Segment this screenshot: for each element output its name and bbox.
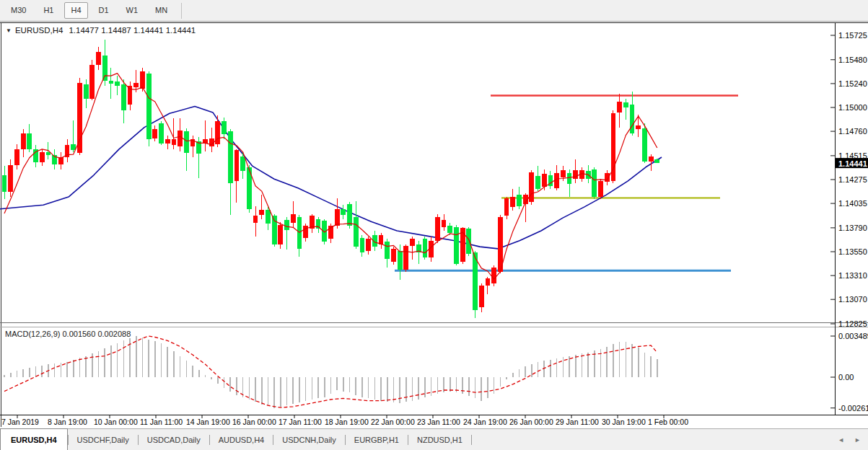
tab-scroll-right-icon[interactable]: ► [854,436,861,444]
candle-body-down[interactable] [535,176,540,189]
price-axis-label: 1.13790 [838,224,867,232]
macd-axis-label: 0.00 [838,373,854,381]
candle-body-up[interactable] [529,172,534,202]
candle-body-down[interactable] [284,220,289,230]
candle-body-up[interactable] [14,149,19,165]
candle-body-down[interactable] [27,133,32,149]
candle-body-down[interactable] [360,238,365,253]
candle-body-down[interactable] [623,102,628,107]
chart-tab-eurgbp[interactable]: EURGBP,H1 [346,429,408,450]
chart-tab-audusd[interactable]: AUDUSD,H4 [210,429,273,450]
symbol-dropdown-icon[interactable]: ▼ [6,27,12,34]
candle-body-up[interactable] [636,125,641,130]
candle-body-up[interactable] [8,165,13,192]
candle-body-up[interactable] [215,121,220,144]
candle-body-down[interactable] [347,204,352,226]
candle-body-down[interactable] [71,144,76,150]
candle-body-up[interactable] [366,239,371,251]
price-axis-label: 1.14760 [838,127,867,136]
candle-body-down[interactable] [159,123,164,144]
candle-body-up[interactable] [510,197,515,207]
candle-body-down[interactable] [228,131,233,183]
candle-body-down[interactable] [109,81,114,84]
time-axis-label: 30 Jan 19:00 [602,418,646,426]
tab-scrollers: ◄ ► [838,429,868,450]
candle-body-down[interactable] [642,128,647,162]
candle-body-up[interactable] [177,131,183,146]
candle-body-up[interactable] [140,71,145,88]
candle-body-up[interactable] [278,225,283,245]
candle-body-up[interactable] [77,83,82,154]
chart-tab-usdchf[interactable]: USDCHF,Daily [69,429,138,450]
candle-body-down[interactable] [266,210,271,224]
candle-body-down[interactable] [385,242,390,258]
candle-body-down[interactable] [240,156,245,172]
candle-body-up[interactable] [21,133,26,149]
candle-body-up[interactable] [479,286,484,307]
macd-indicator-label: MACD(12,26,9) 0.001560 0.002088 [5,330,131,338]
candle-body-up[interactable] [504,198,509,216]
candle-body-up[interactable] [573,170,578,179]
candle-body-down[interactable] [447,226,452,233]
candle-body-up[interactable] [128,86,133,105]
candle-body-up[interactable] [435,217,440,241]
candle-body-down[interactable] [341,209,346,215]
candle-body-up[interactable] [611,113,616,181]
candle-body-up[interactable] [303,226,308,238]
candle-body-down[interactable] [354,217,359,247]
candle-body-down[interactable] [592,169,597,198]
chart-tab-nzdusd[interactable]: NZDUSD,H1 [408,429,471,450]
candle-body-up[interactable] [40,152,45,162]
current-price-value: 1.14441 [838,159,867,168]
candle-body-up[interactable] [410,239,415,246]
candle-body-down[interactable] [398,251,403,270]
candle-body-down[interactable] [121,84,126,110]
chart-tab-usdcnh[interactable]: USDCNH,Daily [273,429,345,450]
candle-body-down[interactable] [184,131,189,153]
candle-body-down[interactable] [567,173,572,184]
candle-body-down[interactable] [454,227,459,264]
tab-scroll-left-icon[interactable]: ◄ [838,436,844,444]
candle-body-down[interactable] [316,219,321,229]
candle-body-down[interactable] [115,81,120,86]
candle-body-up[interactable] [259,210,264,215]
candle-body-up[interactable] [291,214,296,223]
candle-body-down[interactable] [2,175,7,192]
candle-body-up[interactable] [152,129,157,138]
candle-body-up[interactable] [403,246,408,270]
candle-body-up[interactable] [561,170,566,177]
candle-body-down[interactable] [84,84,89,98]
candle-body-down[interactable] [517,195,522,206]
candle-body-up[interactable] [96,52,101,65]
candle-body-down[interactable] [466,229,471,254]
candle-body-up[interactable] [649,156,654,162]
candle-body-up[interactable] [335,209,340,226]
candle-body-up[interactable] [253,216,258,223]
candle-body-up[interactable] [442,220,447,227]
candle-body-up[interactable] [165,139,170,144]
candle-body-down[interactable] [102,56,108,81]
candle-body-up[interactable] [203,139,208,144]
candle-body-up[interactable] [133,83,139,88]
time-axis-label: 29 Jan 11:00 [556,418,599,426]
fast-ma-line [4,74,657,280]
candle-body-up[interactable] [498,217,503,272]
candle-body-up[interactable] [486,278,491,286]
candle-body-up[interactable] [89,65,95,99]
chart-tab-usdcad[interactable]: USDCAD,Daily [139,429,209,450]
candle-body-up[interactable] [598,181,603,197]
chart-canvas[interactable]: 1.157251.154801.152401.150001.147601.145… [0,0,868,450]
candle-body-down[interactable] [654,159,659,163]
candle-body-up[interactable] [542,174,547,187]
price-axis-label: 1.15480 [838,56,867,64]
candle-body-up[interactable] [234,150,240,181]
candle-body-up[interactable] [172,139,177,145]
candle-body-down[interactable] [146,74,152,139]
candle-body-up[interactable] [617,102,622,112]
macd-axis-label: 0.003489 [838,332,868,340]
candle-body-up[interactable] [391,249,396,262]
candle-body-down[interactable] [423,239,428,257]
chart-tab-eurusd[interactable]: EURUSD,H4 [0,428,68,450]
candle-body-down[interactable] [222,121,227,134]
candle-body-up[interactable] [491,268,496,283]
